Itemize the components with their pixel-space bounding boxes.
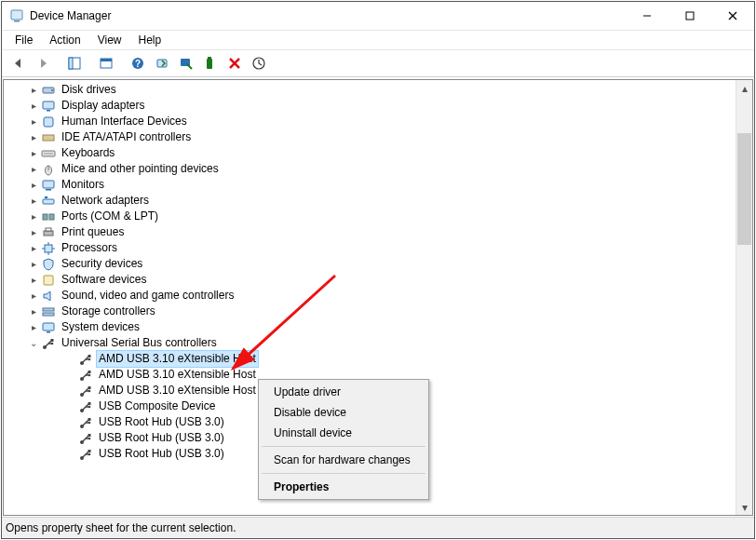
menu-file[interactable]: File [7,32,40,48]
update-driver-button[interactable] [151,52,173,74]
node-label: Universal Serial Bus controllers [60,335,219,351]
menu-action[interactable]: Action [42,32,88,48]
tree-node[interactable]: ▸Software devices [7,272,752,288]
chevron-right-icon[interactable]: ▸ [26,146,41,161]
window-title: Device Manager [30,9,111,22]
software-icon [41,273,56,288]
svg-rect-3 [686,12,694,20]
monitor-icon [41,178,56,193]
forward-button[interactable] [32,52,54,74]
uninstall-device-button[interactable] [199,52,222,74]
show-hide-tree-button[interactable] [63,52,86,74]
chevron-right-icon[interactable]: ▸ [26,130,41,145]
scroll-down-icon[interactable]: ▾ [736,499,752,515]
tree-node[interactable]: ▸Sound, video and game controllers [7,288,752,304]
usb-icon [78,415,93,430]
system-icon [41,320,56,335]
svg-rect-57 [88,386,91,389]
chevron-right-icon[interactable]: ▸ [26,320,41,335]
tree-node[interactable]: ▸System devices [7,319,752,335]
chevron-right-icon[interactable]: ▸ [26,83,41,98]
properties-button[interactable] [95,52,117,74]
chevron-right-icon[interactable]: ▸ [26,304,41,319]
menu-view[interactable]: View [90,32,129,48]
ctx-update-driver[interactable]: Update driver [261,382,426,402]
svg-point-67 [88,437,91,439]
tree-node[interactable]: ▸Print queues [7,224,752,240]
tree-node[interactable]: ⌄Universal Serial Bus controllers [7,335,752,351]
spacer [63,352,78,367]
node-label: AMD USB 3.10 eXtensible Host [97,351,258,367]
tree-node[interactable]: ▸Disk drives [7,82,752,98]
ctx-properties[interactable]: Properties [261,477,426,497]
spacer [63,431,78,446]
scroll-thumb[interactable] [737,133,751,245]
tree-node[interactable]: ▸Human Interface Devices [7,114,752,129]
close-button[interactable] [711,2,754,30]
tree-node[interactable]: ▸Ports (COM & LPT) [7,209,752,224]
svg-point-52 [88,358,91,360]
chevron-right-icon[interactable]: ▸ [26,257,41,272]
svg-point-61 [88,405,91,408]
svg-rect-34 [49,214,54,220]
spacer [63,399,78,414]
delete-button[interactable] [223,52,246,74]
back-button[interactable] [7,52,30,74]
ctx-scan-hardware[interactable]: Scan for hardware changes [261,450,426,470]
svg-rect-66 [88,434,91,437]
usb-icon [78,399,93,414]
ctx-separator [262,446,425,447]
svg-point-70 [88,452,91,455]
vertical-scrollbar[interactable]: ▴ ▾ [736,80,752,515]
chevron-right-icon[interactable]: ▸ [26,194,41,209]
svg-rect-30 [46,189,51,191]
tree-node[interactable]: ▸Network adapters [7,193,752,209]
chevron-right-icon[interactable]: ▸ [26,241,41,256]
chevron-right-icon[interactable]: ▸ [26,225,41,240]
chevron-down-icon[interactable]: ⌄ [26,336,41,351]
chevron-right-icon[interactable]: ▸ [26,115,41,129]
chevron-right-icon[interactable]: ▸ [26,162,41,177]
minimize-button[interactable] [626,2,668,30]
spacer [63,368,78,383]
disable-device-button[interactable] [175,52,197,74]
svg-rect-31 [43,199,54,204]
chevron-right-icon[interactable]: ▸ [26,209,41,224]
node-label: Monitors [60,177,106,193]
ctx-separator [262,473,425,474]
scan-hardware-button[interactable] [248,52,270,74]
tree-node[interactable]: ▸Mice and other pointing devices [7,161,752,177]
svg-rect-15 [208,57,211,59]
menu-help[interactable]: Help [131,32,169,48]
tree-node[interactable]: ▸Processors [7,240,752,256]
node-label: Mice and other pointing devices [60,161,221,177]
spacer [63,384,78,398]
ctx-disable-device[interactable]: Disable device [261,402,426,423]
help-button[interactable]: ? [127,52,149,74]
maximize-button[interactable] [668,2,711,30]
node-label: Disk drives [60,82,118,98]
svg-rect-29 [43,181,54,188]
ctx-uninstall-device[interactable]: Uninstall device [261,423,426,443]
tree-node[interactable]: ▸Security devices [7,256,752,272]
tree-node[interactable]: ▸IDE ATA/ATAPI controllers [7,129,752,145]
chevron-right-icon[interactable]: ▸ [26,99,41,114]
chevron-right-icon[interactable]: ▸ [26,289,41,304]
tree-node[interactable]: ▸Keyboards [7,145,752,161]
svg-rect-60 [88,402,91,405]
chevron-right-icon[interactable]: ▸ [26,178,41,193]
svg-rect-63 [88,418,91,421]
chevron-right-icon[interactable]: ▸ [26,273,41,288]
svg-rect-69 [88,450,91,452]
usb-icon [78,431,93,446]
tree-node[interactable]: ▸Display adapters [7,98,752,114]
usb-icon [78,352,93,367]
tree-node[interactable]: ▸Storage controllers [7,304,752,319]
tree-node[interactable]: AMD USB 3.10 eXtensible Host [7,351,752,367]
menubar: File Action View Help [2,31,754,49]
svg-point-64 [88,421,91,424]
svg-rect-7 [69,58,73,69]
node-label: Sound, video and game controllers [60,288,236,304]
scroll-up-icon[interactable]: ▴ [736,80,752,96]
tree-node[interactable]: ▸Monitors [7,177,752,193]
